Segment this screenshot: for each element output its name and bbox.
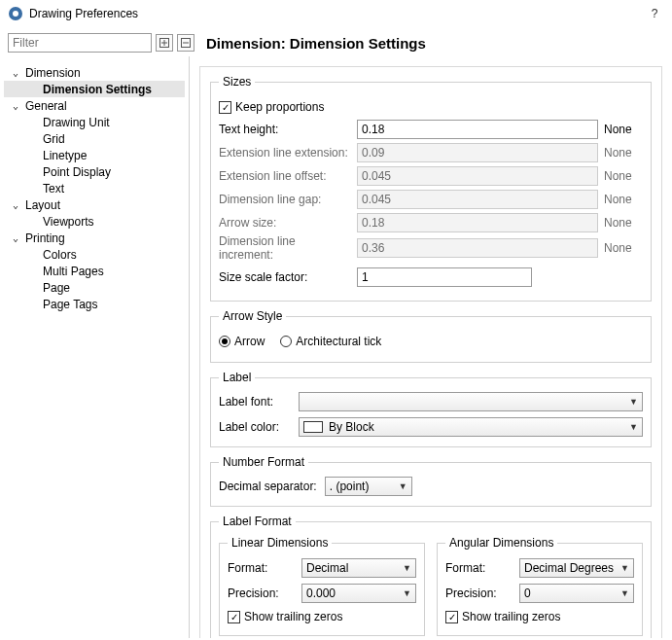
help-button[interactable]: ? [645, 7, 664, 20]
tree-child-item[interactable]: Grid [4, 130, 185, 147]
keep-proportions-checkbox[interactable]: ✓ Keep proportions [219, 96, 643, 118]
tree-item-label: Dimension Settings [43, 83, 152, 96]
tree-child-item[interactable]: Page [4, 279, 185, 296]
size-row-input [357, 238, 598, 258]
tree-child-item[interactable]: Drawing Unit [4, 114, 185, 130]
chevron-down-icon: ▼ [399, 481, 407, 491]
tree-parent-item[interactable]: ⌄Layout [4, 196, 185, 213]
toolbar-row: Dimension: Dimension Settings [0, 27, 672, 56]
angular-trailing-label: Show trailing zeros [462, 610, 560, 623]
number-format-fieldset: Number Format Decimal separator: . (poin… [210, 455, 652, 507]
tick-radio-label: Architectural tick [296, 335, 381, 348]
angular-dimensions-fieldset: Angular Dimensions Format: Decimal Degre… [437, 536, 643, 636]
angular-trailing-checkbox[interactable]: ✓ Show trailing zeros [445, 606, 634, 627]
label-color-combo[interactable]: By Block ▼ [299, 417, 643, 437]
tree-child-item[interactable]: Colors [4, 246, 185, 263]
size-row-input[interactable] [357, 120, 598, 139]
tree-parent-item[interactable]: ⌄Dimension [4, 64, 185, 81]
architectural-tick-radio[interactable]: Architectural tick [280, 331, 381, 352]
label-font-label: Label font: [219, 395, 293, 409]
angular-legend: Angular Dimensions [445, 536, 557, 550]
color-swatch-icon [303, 421, 323, 433]
arrow-radio[interactable]: Arrow [219, 331, 265, 352]
tree-item-label: Multi Pages [43, 265, 104, 278]
tree-child-item[interactable]: Linetype [4, 147, 185, 163]
checkbox-icon: ✓ [445, 611, 458, 623]
linear-precision-combo[interactable]: 0.000 ▼ [301, 584, 416, 603]
linear-format-value: Decimal [306, 561, 348, 575]
size-row: Arrow size:None [219, 211, 643, 234]
linear-precision-label: Precision: [228, 587, 296, 600]
chevron-down-icon[interactable]: ⌄ [10, 232, 21, 243]
chevron-down-icon[interactable]: ⌄ [10, 67, 21, 78]
decimal-separator-value: . (point) [330, 480, 370, 493]
sizes-fieldset: Sizes ✓ Keep proportions Text height:Non… [210, 75, 652, 302]
size-row-label: Extension line offset: [219, 169, 351, 183]
chevron-down-icon: ▼ [629, 422, 638, 432]
size-row-unit: None [604, 193, 643, 206]
decimal-separator-combo[interactable]: . (point) ▼ [325, 477, 412, 496]
tree-item-label: Page Tags [43, 298, 98, 311]
tree-parent-item[interactable]: ⌄General [4, 97, 185, 114]
tree-child-item[interactable]: Point Display [4, 163, 185, 180]
scale-factor-label: Size scale factor: [219, 270, 351, 284]
linear-format-label: Format: [228, 561, 296, 575]
size-row-input [357, 143, 598, 162]
content-area: Sizes ✓ Keep proportions Text height:Non… [190, 56, 672, 638]
size-row: Text height:None [219, 118, 643, 141]
linear-format-combo[interactable]: Decimal ▼ [301, 558, 416, 578]
titlebar: Drawing Preferences ? [0, 0, 672, 27]
tree-parent-item[interactable]: ⌄Printing [4, 230, 185, 246]
label-legend: Label [219, 371, 255, 384]
tree-item-label: Point Display [43, 165, 111, 179]
tree-item-label: Page [43, 281, 70, 295]
linear-trailing-checkbox[interactable]: ✓ Show trailing zeros [228, 606, 416, 627]
tree-child-item[interactable]: Page Tags [4, 296, 185, 312]
tree-child-item[interactable]: Multi Pages [4, 263, 185, 279]
chevron-down-icon[interactable]: ⌄ [10, 100, 21, 111]
chevron-down-icon: ▼ [620, 563, 629, 573]
size-row-input [357, 190, 598, 209]
collapse-all-button[interactable] [177, 34, 195, 52]
size-row: Dimension line gap:None [219, 188, 643, 211]
size-row-input [357, 213, 598, 232]
tree-item-label: Layout [25, 198, 60, 212]
tree-item-label: Printing [25, 231, 65, 245]
decimal-separator-label: Decimal separator: [219, 480, 317, 493]
tree-item-label: Colors [43, 248, 77, 262]
size-row-unit: None [604, 146, 643, 160]
arrow-style-legend: Arrow Style [219, 309, 286, 323]
label-color-value: By Block [329, 420, 374, 434]
linear-dimensions-fieldset: Linear Dimensions Format: Decimal ▼ Prec… [219, 536, 425, 636]
scale-factor-input[interactable] [357, 267, 532, 287]
tree-child-item[interactable]: Text [4, 180, 185, 196]
size-row-unit: None [604, 241, 643, 255]
linear-precision-value: 0.000 [306, 587, 336, 600]
tree-child-item[interactable]: Dimension Settings [4, 81, 185, 97]
chevron-down-icon: ▼ [403, 588, 411, 598]
angular-format-combo[interactable]: Decimal Degrees ▼ [519, 558, 634, 578]
tree-item-label: Text [43, 182, 64, 196]
chevron-down-icon[interactable]: ⌄ [10, 199, 21, 210]
label-fieldset: Label Label font: ▼ Label color: By Bloc… [210, 371, 652, 447]
filter-input[interactable] [8, 33, 152, 53]
svg-point-1 [13, 11, 18, 17]
label-format-fieldset: Label Format Linear Dimensions Format: D… [210, 515, 652, 638]
size-row-input [357, 166, 598, 186]
tree-child-item[interactable]: Viewports [4, 213, 185, 230]
tree-item-label: Drawing Unit [43, 116, 110, 129]
angular-precision-combo[interactable]: 0 ▼ [519, 584, 634, 603]
expand-all-button[interactable] [156, 34, 173, 52]
size-row-unit: None [604, 216, 643, 230]
preferences-window: Drawing Preferences ? Dimension: Dimensi… [0, 0, 672, 640]
size-row-unit: None [604, 123, 643, 136]
sizes-legend: Sizes [219, 75, 255, 89]
category-tree: ⌄DimensionDimension Settings⌄GeneralDraw… [0, 60, 189, 316]
checkbox-icon: ✓ [219, 101, 231, 114]
label-font-combo[interactable]: ▼ [299, 392, 643, 411]
angular-precision-label: Precision: [445, 587, 513, 600]
tree-item-label: General [25, 99, 67, 113]
angular-format-value: Decimal Degrees [524, 561, 614, 575]
chevron-down-icon: ▼ [620, 588, 629, 598]
arrow-radio-label: Arrow [234, 335, 265, 348]
